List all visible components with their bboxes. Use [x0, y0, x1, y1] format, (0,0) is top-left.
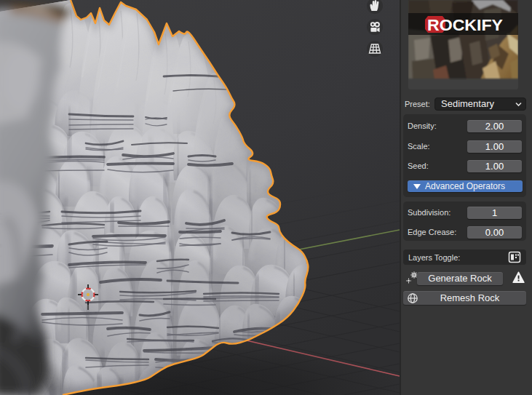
svg-text:ROCKIFY: ROCKIFY — [427, 16, 503, 34]
